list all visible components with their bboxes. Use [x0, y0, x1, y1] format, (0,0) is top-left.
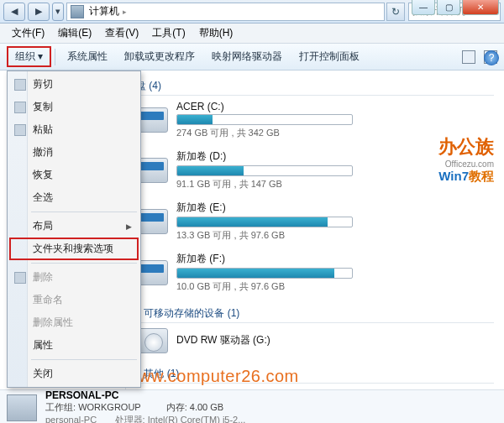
system-properties-button[interactable]: 系统属性 — [59, 46, 116, 67]
menu-item-属性[interactable]: 属性 — [9, 334, 139, 357]
usage-bar — [176, 114, 353, 125]
group-header-removable[interactable]: ▾ 可移动存储的设备 (1) — [136, 303, 494, 323]
menu-item-label: 全选 — [33, 191, 53, 205]
menu-item-label: 重命名 — [33, 293, 63, 307]
menu-item-重命名: 重命名 — [9, 289, 139, 311]
menu-edit[interactable]: 编辑(E) — [51, 24, 98, 42]
menu-tools[interactable]: 工具(T) — [145, 24, 192, 42]
menu-item-关闭[interactable]: 关闭 — [9, 363, 139, 385]
submenu-arrow-icon: ▶ — [126, 222, 132, 231]
refresh-button[interactable]: ↻ — [386, 3, 405, 21]
computer-large-icon — [7, 394, 37, 421]
status-bar: PERSONAL-PC 工作组: WORKGROUP 内存: 4.00 GB p… — [0, 389, 504, 423]
copy-icon — [14, 102, 26, 113]
menu-item-删除: 删除 — [9, 266, 139, 289]
minimize-button[interactable]: — — [412, 0, 435, 15]
drive-name: 新加卷 (F:) — [176, 252, 494, 266]
drive-name: ACER (C:) — [176, 101, 494, 112]
menu-view[interactable]: 查看(V) — [98, 24, 145, 42]
content-pane: 盘 (4) ACER (C:)274 GB 可用 , 共 342 GB新加卷 (… — [126, 70, 504, 389]
view-mode-icon[interactable] — [462, 50, 475, 64]
watermark-logo: 办公族 Officezu.com Win7教程 — [438, 134, 494, 185]
menu-separator — [31, 263, 137, 264]
menu-item-删除属性: 删除属性 — [9, 311, 139, 334]
help-icon[interactable]: ? — [484, 50, 499, 65]
toolbar: 组织 ▾ 系统属性 卸载或更改程序 映射网络驱动器 打开控制面板 — [0, 44, 504, 70]
drive-item[interactable]: 新加卷 (E:)13.3 GB 可用 , 共 97.6 GB — [136, 201, 494, 242]
delete-icon — [14, 272, 26, 284]
organize-dropdown: 剪切复制粘贴撤消恢复全选布局▶文件夹和搜索选项删除重命名删除属性属性关闭 — [7, 70, 141, 388]
address-bar[interactable]: 计算机 ▸ — [66, 3, 385, 21]
menu-item-label: 撤消 — [33, 145, 53, 159]
breadcrumb[interactable]: 计算机 — [89, 4, 119, 18]
forward-button[interactable]: ▶ — [28, 3, 50, 21]
menu-item-文件夹和搜索选项[interactable]: 文件夹和搜索选项 — [9, 238, 139, 260]
maximize-button[interactable]: ▢ — [437, 0, 460, 15]
watermark-url: www.computer26.com — [126, 367, 299, 386]
menu-bar: 文件(F) 编辑(E) 查看(V) 工具(T) 帮助(H) — [0, 24, 504, 44]
drive-free-text: 10.0 GB 可用 , 共 97.6 GB — [176, 280, 494, 293]
menu-help[interactable]: 帮助(H) — [192, 24, 240, 42]
removable-device[interactable]: DVD RW 驱动器 (G:) — [136, 328, 494, 353]
menu-item-label: 删除属性 — [33, 316, 73, 330]
menu-item-label: 关闭 — [33, 367, 53, 381]
menu-item-全选[interactable]: 全选 — [9, 186, 139, 209]
drive-free-text: 13.3 GB 可用 , 共 97.6 GB — [176, 229, 494, 242]
drive-name: DVD RW 驱动器 (G:) — [176, 333, 494, 347]
chevron-right-icon[interactable]: ▸ — [123, 8, 127, 16]
uninstall-button[interactable]: 卸载或更改程序 — [116, 46, 203, 67]
menu-item-label: 粘贴 — [33, 123, 53, 137]
menu-item-label: 恢复 — [33, 168, 53, 182]
menu-separator — [31, 359, 137, 360]
group-header-hdd[interactable]: 盘 (4) — [136, 76, 494, 96]
menu-item-label: 文件夹和搜索选项 — [33, 242, 113, 256]
back-button[interactable]: ◀ — [3, 3, 25, 21]
drive-item[interactable]: 新加卷 (F:)10.0 GB 可用 , 共 97.6 GB — [136, 252, 494, 293]
menu-item-label: 复制 — [33, 100, 53, 114]
drive-name: 新加卷 (E:) — [176, 201, 494, 215]
menu-file[interactable]: 文件(F) — [5, 24, 51, 42]
menu-item-复制[interactable]: 复制 — [9, 96, 139, 118]
usage-bar — [176, 217, 353, 227]
menu-item-剪切[interactable]: 剪切 — [9, 73, 139, 96]
cut-icon — [14, 79, 26, 91]
map-network-drive-button[interactable]: 映射网络驱动器 — [203, 46, 291, 67]
control-panel-button[interactable]: 打开控制面板 — [291, 46, 368, 67]
menu-item-label: 剪切 — [33, 77, 53, 91]
usage-bar — [176, 268, 353, 279]
menu-item-label: 删除 — [33, 270, 53, 285]
menu-item-恢复[interactable]: 恢复 — [9, 164, 139, 186]
menu-item-布局[interactable]: 布局▶ — [9, 215, 139, 238]
computer-icon — [71, 5, 84, 18]
paste-icon — [14, 124, 26, 136]
separator — [55, 49, 55, 65]
close-button[interactable]: ✕ — [462, 0, 499, 15]
menu-item-label: 布局 — [33, 219, 53, 233]
menu-item-label: 属性 — [33, 338, 53, 352]
organize-button[interactable]: 组织 ▾ — [7, 46, 51, 67]
menu-item-粘贴[interactable]: 粘贴 — [9, 118, 139, 141]
menu-separator — [31, 212, 137, 212]
usage-bar — [176, 165, 353, 176]
menu-item-撤消[interactable]: 撤消 — [9, 141, 139, 164]
status-computer-name: PERSONAL-PC — [45, 389, 118, 401]
history-dropdown[interactable]: ▾ — [52, 3, 64, 21]
